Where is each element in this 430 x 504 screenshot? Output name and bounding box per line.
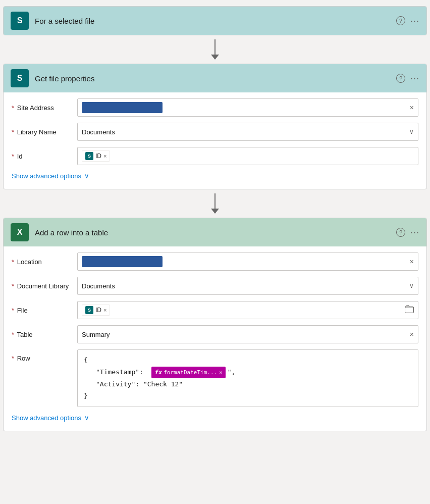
- site-address-label: * Site Address: [12, 104, 77, 112]
- block3-menu-button[interactable]: ···: [410, 227, 419, 238]
- site-address-input[interactable]: ×: [77, 98, 418, 117]
- arrow-line-1: [214, 39, 216, 55]
- location-row: * Location ×: [12, 253, 418, 271]
- site-address-clear[interactable]: ×: [410, 104, 414, 112]
- file-tag: S ID ×: [82, 305, 110, 316]
- formula-text: formatDateTim...: [164, 368, 217, 377]
- id-tag-text: ID: [95, 153, 101, 160]
- id-tag-close[interactable]: ×: [103, 153, 106, 159]
- block1-menu-button[interactable]: ···: [410, 16, 419, 26]
- row-line-1: {: [84, 355, 412, 366]
- block2-card: S Get file properties ? ··· * Site Addre…: [3, 64, 427, 189]
- location-input[interactable]: ×: [77, 253, 418, 271]
- block3-card: X Add a row into a table ? ··· * Locatio…: [3, 218, 427, 431]
- row-label: * Row: [12, 349, 77, 362]
- block1-actions: ? ···: [396, 16, 419, 26]
- file-tag-icon: S: [85, 306, 93, 314]
- id-control: S ID ×: [77, 147, 418, 165]
- row-line-2: "Timestamp": fx formatDateTim... × ",: [84, 367, 412, 378]
- arrow-2: [211, 189, 219, 218]
- library-name-row: * Library Name Documents ∨: [12, 123, 418, 141]
- location-value: [82, 256, 163, 267]
- arrow-head-1: [211, 55, 219, 60]
- block2-actions: ? ···: [396, 73, 419, 84]
- block3-help-button[interactable]: ?: [396, 228, 405, 237]
- document-library-label: * Document Library: [12, 282, 77, 290]
- library-name-chevron-icon: ∨: [409, 128, 414, 135]
- location-control: ×: [77, 253, 418, 271]
- table-row-field: * Table Summary ×: [12, 325, 418, 343]
- document-library-value: Documents: [82, 282, 409, 290]
- block3-title: Add a row into a table: [35, 228, 390, 237]
- block1-header: S For a selected file ? ···: [4, 7, 426, 35]
- site-address-value: [82, 102, 163, 113]
- row-content: { "Timestamp": fx formatDateTim... ×: [84, 355, 412, 401]
- row-textarea[interactable]: { "Timestamp": fx formatDateTim... ×: [77, 349, 418, 407]
- block2-advanced-link[interactable]: Show advanced options ∨: [12, 171, 418, 181]
- block3-actions: ? ···: [396, 227, 419, 238]
- arrow-head-2: [211, 209, 219, 214]
- id-input[interactable]: S ID ×: [77, 147, 418, 165]
- folder-icon[interactable]: [405, 305, 414, 315]
- block3-icon: X: [11, 223, 29, 241]
- row-line-3: "Activity": "Check 12": [84, 379, 412, 390]
- id-tag-icon: S: [85, 152, 93, 160]
- location-clear[interactable]: ×: [410, 258, 414, 266]
- document-library-dropdown[interactable]: Documents ∨: [77, 277, 418, 295]
- document-library-row: * Document Library Documents ∨: [12, 277, 418, 295]
- formula-tag: fx formatDateTim... ×: [151, 367, 226, 378]
- file-tag-text: ID: [95, 307, 101, 314]
- block2-body: * Site Address × * Library Name: [4, 92, 426, 189]
- block1-title: For a selected file: [35, 17, 390, 25]
- library-name-value: Documents: [82, 128, 409, 136]
- block1-card: S For a selected file ? ···: [3, 6, 427, 35]
- id-tag: S ID ×: [82, 150, 110, 162]
- file-input[interactable]: S ID ×: [77, 301, 418, 319]
- block3-chevron-icon: ∨: [84, 414, 89, 422]
- block3-body: * Location × * Document Library: [4, 246, 426, 431]
- table-clear[interactable]: ×: [410, 330, 414, 338]
- document-library-chevron-icon: ∨: [409, 282, 414, 289]
- block2-title: Get file properties: [35, 74, 390, 83]
- block2-chevron-icon: ∨: [84, 172, 89, 180]
- library-name-control: Documents ∨: [77, 123, 418, 141]
- library-name-label: * Library Name: [12, 128, 77, 136]
- block1-icon: S: [11, 12, 29, 30]
- block3-header: X Add a row into a table ? ···: [4, 218, 426, 246]
- block2-icon: S: [11, 69, 29, 87]
- table-input[interactable]: Summary ×: [77, 325, 418, 343]
- arrow-1: [211, 35, 219, 64]
- id-row: * Id S ID ×: [12, 147, 418, 165]
- block2-header: S Get file properties ? ···: [4, 64, 426, 92]
- table-value: Summary: [82, 331, 410, 338]
- file-label: * File: [12, 307, 77, 314]
- id-label: * Id: [12, 153, 77, 160]
- file-tag-close[interactable]: ×: [103, 307, 106, 313]
- location-label: * Location: [12, 258, 77, 266]
- formula-close[interactable]: ×: [219, 368, 223, 377]
- row-line-4: }: [84, 391, 412, 401]
- site-address-row: * Site Address ×: [12, 98, 418, 117]
- arrow-line-2: [214, 193, 216, 209]
- file-control: S ID ×: [77, 301, 418, 319]
- block2-menu-button[interactable]: ···: [410, 73, 419, 84]
- document-library-control: Documents ∨: [77, 277, 418, 295]
- table-control: Summary ×: [77, 325, 418, 343]
- row-control: { "Timestamp": fx formatDateTim... ×: [77, 349, 418, 407]
- library-name-dropdown[interactable]: Documents ∨: [77, 123, 418, 141]
- file-row: * File S ID ×: [12, 301, 418, 319]
- table-label: * Table: [12, 331, 77, 338]
- block3-advanced-link[interactable]: Show advanced options ∨: [12, 413, 418, 423]
- block1-help-button[interactable]: ?: [396, 16, 405, 25]
- block2-help-button[interactable]: ?: [396, 74, 405, 83]
- site-address-control: ×: [77, 98, 418, 117]
- row-field-row: * Row { "Timestamp":: [12, 349, 418, 407]
